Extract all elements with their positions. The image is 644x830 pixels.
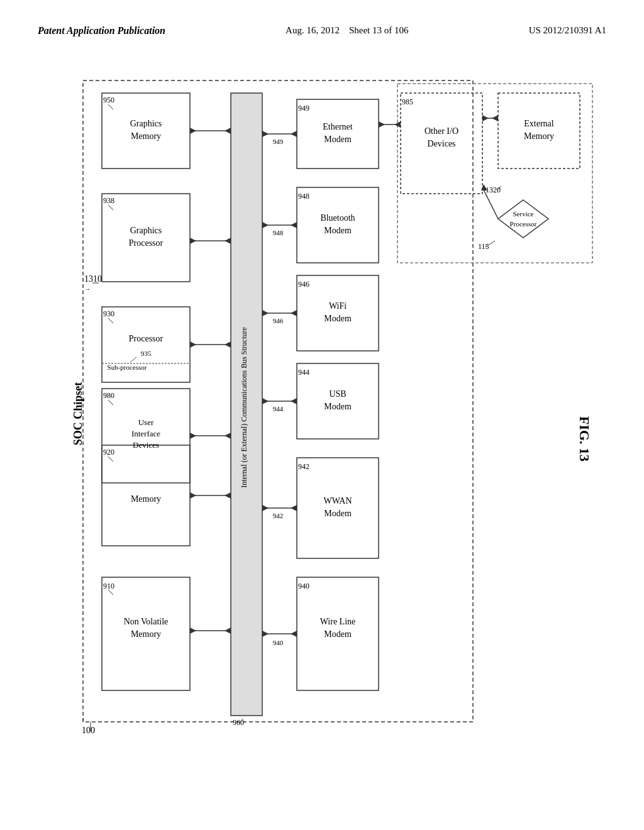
- svg-rect-11: [102, 194, 190, 282]
- bluetooth-modem-label2: Modem: [324, 226, 352, 235]
- ref-940-arrow: 940: [273, 639, 284, 646]
- svg-marker-26: [190, 341, 196, 348]
- svg-marker-47: [262, 398, 269, 404]
- svg-line-4: [108, 590, 113, 595]
- non-volatile-memory-label1: Non Volatile: [124, 617, 169, 626]
- ref-942: 942: [298, 462, 309, 471]
- ref-100: 100: [82, 726, 95, 735]
- ref-1310: 1310: [84, 274, 102, 284]
- ref-930: 930: [103, 309, 114, 318]
- svg-marker-39: [262, 631, 269, 637]
- processor-label: Processor: [129, 334, 164, 343]
- ref-942-arrow: 942: [273, 512, 284, 519]
- svg-marker-40: [291, 631, 297, 637]
- external-memory-label2: Memory: [524, 131, 554, 141]
- svg-rect-41: [297, 458, 379, 558]
- svg-line-16: [108, 400, 113, 405]
- svg-marker-27: [225, 341, 231, 348]
- ethernet-modem-label2: Modem: [324, 135, 352, 144]
- ref-910: 910: [103, 582, 114, 590]
- svg-line-12: [108, 205, 113, 210]
- svg-rect-13: [102, 93, 190, 169]
- ref-920: 920: [103, 448, 114, 456]
- svg-marker-36: [225, 433, 231, 439]
- ref-946-arrow: 946: [273, 317, 284, 324]
- ethernet-modem-label1: Ethernet: [323, 122, 353, 131]
- other-io-label2: Devices: [427, 139, 455, 148]
- svg-marker-70: [498, 200, 548, 238]
- svg-marker-30: [225, 238, 231, 244]
- svg-rect-74: [397, 84, 592, 263]
- diagram-svg: SOC Chipset 1310 → 100 ↑ Non Volatile Me…: [45, 62, 599, 753]
- wifi-modem-label1: WiFi: [329, 301, 347, 311]
- svg-marker-67: [482, 115, 489, 121]
- ref-948: 948: [298, 192, 309, 201]
- ref-948-arrow: 948: [273, 229, 284, 236]
- svg-marker-29: [190, 238, 196, 244]
- ref-985: 985: [402, 97, 413, 106]
- user-interface-label1: User: [138, 418, 154, 427]
- ref-949: 949: [298, 104, 309, 113]
- wwan-modem-label2: Modem: [324, 509, 352, 518]
- usb-modem-label1: USB: [329, 389, 346, 399]
- fig-label: FIG. 13: [577, 416, 592, 462]
- ref-100-arrow: ↑: [82, 716, 85, 723]
- user-interface-label2: Interface: [131, 429, 160, 438]
- diagram-area: SOC Chipset 1310 → 100 ↑ Non Volatile Me…: [45, 62, 599, 753]
- graphics-memory-label1: Graphics: [130, 119, 162, 128]
- sub-processor-label: Sub-processor: [108, 363, 147, 371]
- usb-modem-label2: Modem: [324, 402, 352, 411]
- svg-marker-23: [190, 492, 196, 499]
- graphics-memory-label2: Memory: [131, 131, 161, 141]
- svg-marker-51: [262, 310, 269, 316]
- svg-marker-59: [262, 131, 269, 137]
- wire-line-modem-label2: Modem: [324, 629, 352, 639]
- ref-944-arrow: 944: [273, 405, 284, 412]
- bluetooth-modem-label1: Bluetooth: [320, 213, 355, 223]
- ref-940: 940: [298, 582, 309, 590]
- ref-935: 935: [141, 350, 152, 357]
- svg-marker-44: [291, 505, 297, 511]
- ref-950: 950: [103, 96, 114, 104]
- svg-rect-7: [102, 307, 190, 382]
- ref-1320: 1320: [486, 185, 501, 194]
- svg-marker-33: [225, 128, 231, 134]
- wire-line-modem-label1: Wire Line: [320, 617, 356, 626]
- non-volatile-memory-label2: Memory: [131, 629, 161, 639]
- service-processor-label2: Processor: [510, 220, 537, 228]
- svg-marker-35: [190, 433, 196, 439]
- svg-line-6: [108, 456, 113, 462]
- svg-rect-65: [498, 93, 580, 169]
- ref-1310-arrow: →: [84, 285, 91, 292]
- ref-949-arrow: 949: [273, 138, 284, 145]
- svg-marker-21: [225, 628, 231, 634]
- svg-line-9: [130, 357, 136, 362]
- other-io-label1: Other I/O: [425, 126, 458, 136]
- svg-line-8: [108, 318, 113, 323]
- header-center: Aug. 16, 2012 Sheet 13 of 106: [286, 25, 408, 36]
- external-memory-label1: External: [524, 119, 554, 128]
- service-processor-label1: Service: [513, 210, 534, 218]
- publication-date: Aug. 16, 2012: [286, 25, 340, 35]
- svg-marker-20: [190, 628, 196, 634]
- svg-marker-52: [291, 310, 297, 316]
- wwan-modem-label1: WWAN: [323, 496, 352, 506]
- svg-marker-60: [291, 131, 297, 137]
- ref-946: 946: [298, 280, 309, 289]
- svg-line-14: [108, 104, 113, 109]
- svg-marker-43: [262, 505, 269, 511]
- soc-chipset-label: SOC Chipset: [72, 382, 84, 446]
- patent-number: US 2012/210391 A1: [529, 25, 606, 36]
- svg-marker-32: [190, 128, 196, 134]
- svg-marker-24: [225, 492, 231, 499]
- ref-115: 115: [478, 242, 489, 251]
- user-interface-label3: Devices: [133, 440, 159, 450]
- page-header: Patent Application Publication Aug. 16, …: [0, 0, 644, 49]
- patent-title: Patent Application Publication: [38, 25, 165, 36]
- memory-label: Memory: [131, 494, 161, 504]
- graphics-processor-label1: Graphics: [130, 226, 162, 235]
- svg-marker-63: [379, 121, 385, 128]
- svg-marker-68: [492, 115, 498, 121]
- wifi-modem-label2: Modem: [324, 314, 352, 323]
- ref-938: 938: [103, 196, 114, 205]
